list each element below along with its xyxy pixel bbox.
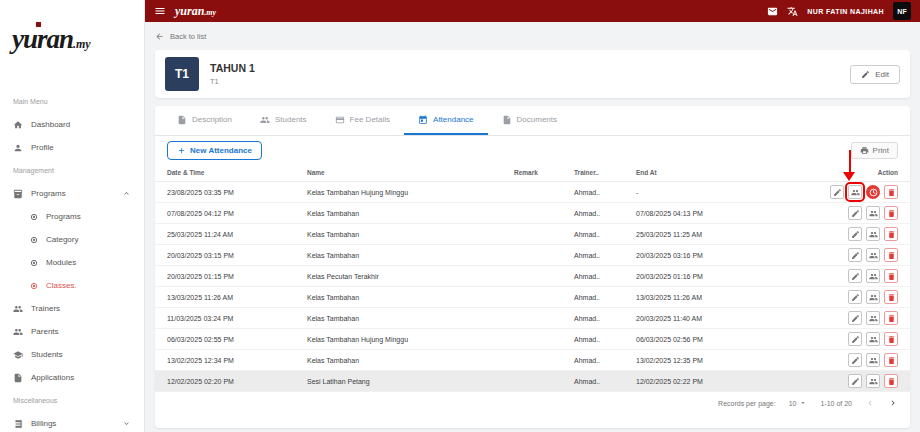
delete-icon[interactable]: [884, 185, 898, 199]
table-header-row: Date & Time Name Remark Trainer.. End At…: [155, 164, 910, 182]
sidebar-item-trainers[interactable]: Trainers: [0, 297, 144, 320]
sidebar-item-classes[interactable]: Classes.: [0, 274, 144, 297]
mark-attendance-icon[interactable]: [866, 227, 880, 241]
edit-icon[interactable]: [848, 311, 862, 325]
section-label-management: Management: [0, 159, 144, 182]
edit-button[interactable]: Edit: [850, 65, 900, 84]
class-detail-card: Description Students Fee Details Attenda…: [155, 106, 910, 428]
sidebar: yuran.my Main Menu Dashboard Profile Man…: [0, 0, 145, 432]
tab-label: Fee Details: [350, 115, 390, 124]
cell-end-at: 13/02/2025 12:35 PM: [632, 350, 800, 371]
mark-attendance-icon[interactable]: [866, 311, 880, 325]
tab-label: Documents: [517, 115, 557, 124]
mark-attendance-icon[interactable]: [848, 185, 862, 199]
delete-icon[interactable]: [884, 332, 898, 346]
language-icon[interactable]: [787, 6, 798, 17]
cell-trainer: Ahmad..: [570, 308, 632, 329]
delete-icon[interactable]: [884, 374, 898, 388]
tab-bar: Description Students Fee Details Attenda…: [155, 106, 910, 136]
delete-icon[interactable]: [884, 311, 898, 325]
mark-attendance-icon[interactable]: [866, 374, 880, 388]
mark-attendance-icon[interactable]: [866, 353, 880, 367]
edit-icon[interactable]: [848, 248, 862, 262]
edit-icon[interactable]: [848, 269, 862, 283]
edit-icon[interactable]: [830, 185, 844, 199]
sidebar-item-label: Modules: [46, 258, 76, 267]
sidebar-item-students[interactable]: Students: [0, 343, 144, 366]
pagination-range: 1-10 of 20: [820, 400, 852, 407]
tab-students[interactable]: Students: [246, 106, 321, 135]
clock-out-icon[interactable]: [866, 185, 880, 199]
sidebar-item-billings[interactable]: Billings: [0, 412, 144, 432]
mark-attendance-icon[interactable]: [866, 290, 880, 304]
back-to-list-link[interactable]: Back to list: [155, 22, 910, 50]
class-avatar: T1: [165, 57, 199, 91]
edit-icon[interactable]: [848, 332, 862, 346]
prev-page-button[interactable]: [865, 398, 875, 408]
delete-icon[interactable]: [884, 269, 898, 283]
sidebar-item-dashboard[interactable]: Dashboard: [0, 113, 144, 136]
cell-remark: [510, 203, 570, 224]
box-icon: [13, 189, 23, 199]
cell-name: Kelas Pecutan Terakhir: [303, 266, 510, 287]
cell-actions: [800, 266, 910, 287]
tab-label: Students: [275, 115, 307, 124]
new-attendance-button[interactable]: New Attendance: [167, 141, 262, 160]
mark-attendance-icon[interactable]: [866, 269, 880, 283]
records-per-page-select[interactable]: 10: [789, 399, 808, 407]
sidebar-item-label: Category: [46, 235, 78, 244]
pencil-icon: [861, 70, 870, 79]
class-subtitle: T1: [210, 77, 255, 86]
edit-icon[interactable]: [848, 290, 862, 304]
mark-attendance-icon[interactable]: [866, 206, 880, 220]
table-row: 20/03/2025 01:15 PMKelas Pecutan Terakhi…: [155, 266, 910, 287]
user-avatar[interactable]: NF: [893, 2, 911, 20]
tab-description[interactable]: Description: [163, 106, 246, 135]
tab-fee-details[interactable]: Fee Details: [321, 106, 404, 135]
sidebar-item-applications[interactable]: Applications: [0, 366, 144, 389]
sidebar-item-programs[interactable]: Programs: [0, 205, 144, 228]
file-icon: [13, 373, 23, 383]
cell-end-at: 25/03/2025 11:25 AM: [632, 224, 800, 245]
delete-icon[interactable]: [884, 248, 898, 262]
cell-actions: [800, 287, 910, 308]
edit-icon[interactable]: [848, 374, 862, 388]
sidebar-item-parents[interactable]: Parents: [0, 320, 144, 343]
menu-icon[interactable]: [154, 5, 166, 17]
attendance-table: Date & Time Name Remark Trainer.. End At…: [155, 164, 910, 392]
tab-documents[interactable]: Documents: [488, 106, 571, 135]
delete-icon[interactable]: [884, 290, 898, 304]
edit-icon[interactable]: [848, 206, 862, 220]
sidebar-item-profile[interactable]: Profile: [0, 136, 144, 159]
cell-remark: [510, 350, 570, 371]
mail-icon[interactable]: [767, 6, 778, 17]
edit-icon[interactable]: [848, 353, 862, 367]
delete-icon[interactable]: [884, 206, 898, 220]
tab-attendance[interactable]: Attendance: [404, 106, 487, 135]
col-remark: Remark: [510, 164, 570, 182]
delete-icon[interactable]: [884, 227, 898, 241]
sidebar-item-label: Programs: [31, 189, 66, 198]
next-page-button[interactable]: [888, 398, 898, 408]
cell-end-at: 20/03/2025 11:40 AM: [632, 308, 800, 329]
sidebar-item-label: Dashboard: [31, 120, 70, 129]
mark-attendance-icon[interactable]: [866, 248, 880, 262]
cell-remark: [510, 266, 570, 287]
edit-icon[interactable]: [848, 227, 862, 241]
print-button[interactable]: Print: [851, 142, 898, 159]
sidebar-item-modules[interactable]: Modules: [0, 251, 144, 274]
user-name[interactable]: NUR FATIN NAJIHAH: [807, 8, 884, 15]
sidebar-item-label: Classes.: [46, 281, 77, 290]
sidebar-item-label: Students: [31, 350, 63, 359]
sidebar-item-programs-group[interactable]: Programs: [0, 182, 144, 205]
cell-end-at: 20/03/2025 03:16 PM: [632, 245, 800, 266]
cell-trainer: Ahmad..: [570, 182, 632, 203]
sidebar-item-label: Billings: [31, 419, 56, 428]
col-name: Name: [303, 164, 510, 182]
table-row: 20/03/2025 03:15 PMKelas TambahanAhmad..…: [155, 245, 910, 266]
cell-actions: [800, 308, 910, 329]
pagination: Records per page: 10 1-10 of 20: [155, 392, 910, 414]
mark-attendance-icon[interactable]: [866, 332, 880, 346]
sidebar-item-category[interactable]: Category: [0, 228, 144, 251]
delete-icon[interactable]: [884, 353, 898, 367]
